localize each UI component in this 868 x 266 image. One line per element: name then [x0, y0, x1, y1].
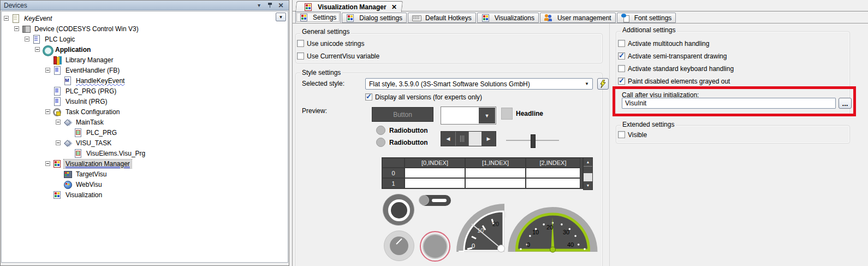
tree-item-handlekeyevent[interactable]: HandleKeyEvent: [2, 75, 288, 86]
table-header-cell: [1,INDEX]: [465, 158, 526, 168]
tree-item-eventhandler[interactable]: EventHandler (FB): [2, 65, 288, 75]
use-unicode-strings-checkbox[interactable]: [297, 40, 304, 47]
task-configuration-icon: [53, 108, 61, 116]
application-icon: [43, 45, 51, 54]
chevron-down-icon: ▼: [479, 108, 495, 123]
preview-rotary-knob: [384, 230, 414, 261]
tree-item-library-manager[interactable]: Library Manager: [2, 55, 288, 65]
tree-item-plc-prg[interactable]: PLC_PRG (PRG): [2, 86, 288, 96]
activate-semi-transparent-checkbox[interactable]: [618, 52, 625, 60]
display-all-versions-label: Display all versions (for experts only): [375, 93, 482, 101]
selected-style-dropdown[interactable]: Flat style, 3.5.9.0 (3S-Smart Software S…: [365, 78, 593, 90]
tree-item-label: Visualization Manager: [64, 159, 132, 168]
tree-item-label: Library Manager: [64, 56, 115, 64]
activate-multitouch-checkbox[interactable]: [618, 40, 625, 47]
tab-settings[interactable]: Settings: [295, 11, 341, 23]
selected-style-value: Flat style, 3.5.9.0 (3S-Smart Software S…: [369, 80, 530, 88]
scrollbar-track: [584, 173, 592, 181]
pin-icon[interactable]: [265, 2, 275, 9]
tree-item-label: VisuInit (PRG): [64, 97, 109, 106]
tree-item-device[interactable]: Device (CODESYS Control Win V3): [2, 23, 288, 34]
tree-item-application[interactable]: Application: [2, 44, 288, 55]
tree-item-label: Visualization: [64, 191, 104, 199]
tree-item-targetvisu[interactable]: TargetVisu: [2, 169, 288, 179]
tree-item-visuelems-visu-prg[interactable]: VisuElems.Visu_Prg: [2, 148, 288, 158]
collapse-icon[interactable]: [14, 26, 19, 31]
close-tab-icon[interactable]: ✕: [391, 3, 397, 11]
collapse-icon[interactable]: [45, 68, 50, 73]
knob-face: [390, 237, 408, 255]
tab-label: Font settings: [634, 14, 672, 22]
table-cell: [465, 178, 526, 188]
tree-item-label: Application: [53, 45, 92, 54]
activate-standard-keyboard-checkbox[interactable]: [618, 65, 625, 72]
tree-item-webvisu[interactable]: WebVisu: [2, 179, 288, 190]
settings-content: General settings Use unicode strings Use…: [293, 23, 868, 266]
pin-glyph: [267, 2, 272, 8]
tab-visualizations[interactable]: Visualizations: [477, 13, 539, 23]
preview-combobox: ▼: [441, 107, 496, 125]
gauge-tick-label: 20: [492, 221, 499, 227]
tree-item-visualization-manager[interactable]: Visualization Manager: [2, 158, 288, 169]
collapse-icon[interactable]: [45, 109, 50, 114]
gauge-tick-label: 30: [563, 229, 569, 235]
web-visu-icon: [63, 180, 72, 188]
task-icon: [63, 118, 72, 126]
scroll-up-icon: ▲: [584, 158, 592, 166]
activate-standard-keyboard-label: Activate standard keyboard handling: [628, 65, 734, 73]
visible-checkbox[interactable]: [618, 131, 625, 138]
tree-item-keyevent[interactable]: KeyEvent: [2, 13, 288, 23]
tree-item-task-configuration[interactable]: Task Configuration: [2, 107, 288, 117]
use-currentvisu-variable-checkbox[interactable]: [297, 52, 304, 60]
tree-item-label: EventHandler (FB): [64, 66, 121, 75]
tree-dropdown-button[interactable]: ▼: [276, 13, 286, 21]
tab-label: Visualizations: [495, 14, 534, 22]
document-tab-visualization-manager[interactable]: Visualization Manager ✕: [295, 1, 403, 12]
tree-item-maintask[interactable]: MainTask: [2, 117, 288, 127]
target-visu-icon: [63, 170, 72, 178]
use-currentvisu-variable-label: Use CurrentVisu variable: [307, 52, 379, 60]
toggle-bar: [432, 199, 447, 202]
tree-item-visualization[interactable]: Visualization: [2, 190, 288, 200]
tab-dialog-settings[interactable]: Dialog settings: [342, 13, 407, 23]
column-separator: [609, 23, 610, 266]
preview-label: Preview:: [302, 107, 327, 115]
collapse-icon[interactable]: [25, 37, 29, 42]
table-header-cell: [382, 158, 405, 168]
chevron-down-icon: ▼: [585, 81, 589, 86]
table-cell: [405, 178, 465, 188]
tree-item-visu-task[interactable]: VISU_TASK: [2, 138, 288, 148]
plc-logic-icon: [32, 35, 40, 43]
collapse-icon[interactable]: [56, 140, 61, 145]
font-settings-icon: [621, 14, 629, 22]
tab-user-management[interactable]: User management: [540, 13, 616, 23]
paint-disabled-grayed-checkbox[interactable]: [618, 78, 625, 85]
tree-item-maintask-plc-prg[interactable]: PLC_PRG: [2, 127, 288, 138]
preview-scrollbar: ◀ ▶: [441, 131, 496, 146]
collapse-icon[interactable]: [35, 47, 40, 52]
gauge-tick-label: 0: [527, 241, 530, 248]
preview-radio-2: [376, 138, 385, 147]
gauge-tick-label: 20: [546, 224, 553, 230]
tab-font-settings[interactable]: Font settings: [617, 13, 676, 23]
style-repository-button[interactable]: [597, 78, 609, 90]
general-settings-title: General settings: [300, 28, 351, 36]
call-after-visu-init-input[interactable]: [622, 98, 836, 109]
close-panel-icon[interactable]: ✕: [276, 2, 286, 9]
lightning-icon: [599, 80, 607, 88]
tree-item-label: VISU_TASK: [74, 139, 113, 147]
collapse-icon[interactable]: [4, 16, 9, 21]
tree-item-label: PLC Logic: [43, 35, 76, 44]
collapse-icon[interactable]: [45, 161, 50, 166]
window-menu-icon[interactable]: ▾: [254, 2, 264, 9]
browse-button[interactable]: ...: [839, 98, 852, 109]
tree-item-visuinit[interactable]: VisuInit (PRG): [2, 96, 288, 107]
collapse-icon[interactable]: [56, 120, 61, 125]
visible-label: Visible: [628, 131, 647, 139]
tab-default-hotkeys[interactable]: Default Hotkeys: [408, 13, 476, 23]
scrollbar-grip: [584, 166, 592, 173]
visualization-icon: [53, 191, 61, 199]
tree-item-plc-logic[interactable]: PLC Logic: [2, 34, 288, 44]
preview-button: Button: [372, 107, 433, 122]
display-all-versions-checkbox[interactable]: [365, 93, 372, 101]
